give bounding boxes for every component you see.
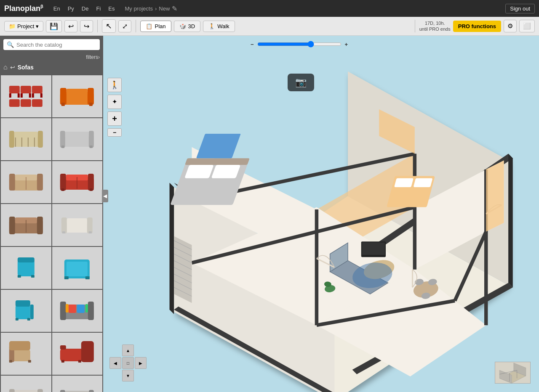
- gray-long-sofa-icon: [57, 380, 97, 392]
- fullscreen-button[interactable]: ⬜: [519, 20, 535, 32]
- lang-fi[interactable]: Fi: [94, 5, 102, 13]
- zoom-in-button[interactable]: +: [107, 111, 122, 126]
- folder-icon: 📁: [9, 23, 16, 29]
- redo-button[interactable]: ↪: [80, 20, 93, 32]
- save-button[interactable]: 💾: [46, 20, 62, 32]
- hide-panel-button[interactable]: ◀: [102, 190, 108, 202]
- camera-button[interactable]: 📷: [288, 74, 314, 91]
- svg-rect-31: [90, 146, 93, 148]
- walk-mode-button[interactable]: 🚶 Walk: [203, 21, 235, 32]
- svg-rect-2: [18, 93, 20, 98]
- new-project-link[interactable]: New: [159, 5, 170, 12]
- catalog-item-2[interactable]: [52, 75, 103, 117]
- catalog-item-14[interactable]: [52, 333, 103, 375]
- catalog-item-1[interactable]: [1, 75, 51, 117]
- project-button[interactable]: 📁 Project ▾: [4, 21, 43, 32]
- svg-rect-83: [61, 360, 64, 363]
- svg-rect-140: [394, 178, 414, 187]
- toolbar-separator-3: [415, 20, 415, 32]
- gray-sofa-icon: [57, 122, 97, 156]
- svg-marker-147: [174, 236, 192, 303]
- pro-functions-button[interactable]: PRO functions: [453, 21, 501, 32]
- plan-mode-button[interactable]: 📋 Plan: [140, 21, 171, 32]
- pan-up-button[interactable]: ▲: [122, 344, 134, 356]
- catalog-item-6[interactable]: [52, 161, 103, 203]
- catalog-item-11[interactable]: [1, 290, 51, 332]
- lang-de[interactable]: De: [80, 5, 91, 13]
- svg-rect-66: [16, 318, 19, 320]
- catalog-item-8[interactable]: [52, 204, 103, 246]
- svg-rect-7: [32, 93, 34, 98]
- catalog-item-15[interactable]: [1, 376, 51, 392]
- catalog-item-10[interactable]: [52, 247, 103, 289]
- toolbar-separator-2: [136, 20, 136, 32]
- sidebar: 🔍 filters› ⌂ ↩ Sofas: [0, 36, 103, 392]
- zoom-out-button[interactable]: −: [107, 128, 122, 137]
- red-sofa-icon: [57, 165, 97, 199]
- pan-left-button[interactable]: ◀: [109, 357, 121, 369]
- catalog-item-4[interactable]: [52, 118, 103, 160]
- my-projects-link[interactable]: My projects: [125, 5, 152, 12]
- home-button[interactable]: ⌂: [3, 64, 8, 71]
- view3d-mode-button[interactable]: 🎲 3D: [174, 21, 201, 32]
- svg-rect-29: [65, 132, 89, 138]
- svg-marker-106: [508, 154, 513, 288]
- search-input[interactable]: [16, 42, 96, 48]
- red-corner-sofa-icon: [57, 337, 97, 371]
- orange-sofa-icon: [57, 79, 97, 113]
- lang-ru[interactable]: Ру: [66, 5, 76, 13]
- svg-rect-62: [85, 276, 90, 279]
- category-label: Sofas: [18, 64, 34, 71]
- svg-rect-5: [29, 93, 31, 98]
- svg-rect-124: [211, 165, 241, 178]
- edit-icon[interactable]: ✎: [172, 5, 177, 13]
- svg-rect-65: [30, 305, 34, 319]
- zoom-plus-label: +: [345, 41, 348, 48]
- svg-rect-67: [27, 318, 30, 320]
- svg-rect-128: [362, 242, 385, 255]
- filters-button[interactable]: filters›: [86, 54, 100, 60]
- breadcrumb: ⌂ ↩ Sofas: [0, 62, 103, 74]
- floor-plan: [103, 36, 539, 392]
- svg-rect-79: [28, 360, 31, 363]
- svg-rect-81: [81, 341, 94, 362]
- search-bar[interactable]: 🔍: [3, 39, 100, 50]
- svg-rect-27: [60, 131, 65, 148]
- lang-es[interactable]: Es: [107, 5, 116, 13]
- catalog-item-12[interactable]: [52, 290, 103, 332]
- svg-rect-30: [61, 146, 64, 148]
- catalog-item-3[interactable]: [1, 118, 51, 160]
- catalog-item-16[interactable]: [52, 376, 103, 392]
- chairs-icon: [6, 79, 46, 113]
- back-button[interactable]: ↩: [10, 64, 15, 71]
- zoom-slider[interactable]: [257, 41, 342, 48]
- zoom-slider-container: − +: [251, 41, 348, 48]
- svg-rect-10: [21, 99, 31, 107]
- blue-small-chair-icon: [6, 294, 46, 328]
- select-tool-button[interactable]: ↖: [102, 19, 116, 33]
- catalog-item-7[interactable]: [1, 204, 51, 246]
- svg-rect-56: [18, 257, 35, 262]
- app-logo: Planoplanβ: [4, 4, 43, 13]
- catalog-item-5[interactable]: [1, 161, 51, 203]
- svg-rect-77: [9, 341, 30, 350]
- catalog-item-13[interactable]: [1, 333, 51, 375]
- blue-chair-icon: [6, 251, 46, 285]
- measure-tool-button[interactable]: ⤢: [118, 20, 131, 32]
- undo-button[interactable]: ↩: [64, 20, 77, 32]
- svg-rect-6: [32, 86, 43, 93]
- pan-down-button[interactable]: ▼: [122, 370, 134, 381]
- settings-button[interactable]: ⚙: [504, 20, 517, 32]
- sign-out-button[interactable]: Sign out: [505, 4, 535, 13]
- svg-rect-72: [77, 305, 85, 313]
- toolbar-separator-1: [97, 20, 98, 32]
- nav-separator: ›: [155, 5, 157, 12]
- pan-center-button[interactable]: □: [122, 357, 134, 369]
- svg-rect-73: [66, 304, 69, 313]
- pan-right-button[interactable]: ▶: [135, 357, 147, 369]
- compass-tool-button[interactable]: ✦: [107, 95, 122, 109]
- person-tool-button[interactable]: 🚶: [107, 78, 122, 92]
- lang-en[interactable]: En: [52, 5, 62, 13]
- project-nav: My projects › New ✎: [125, 5, 177, 13]
- catalog-item-9[interactable]: [1, 247, 51, 289]
